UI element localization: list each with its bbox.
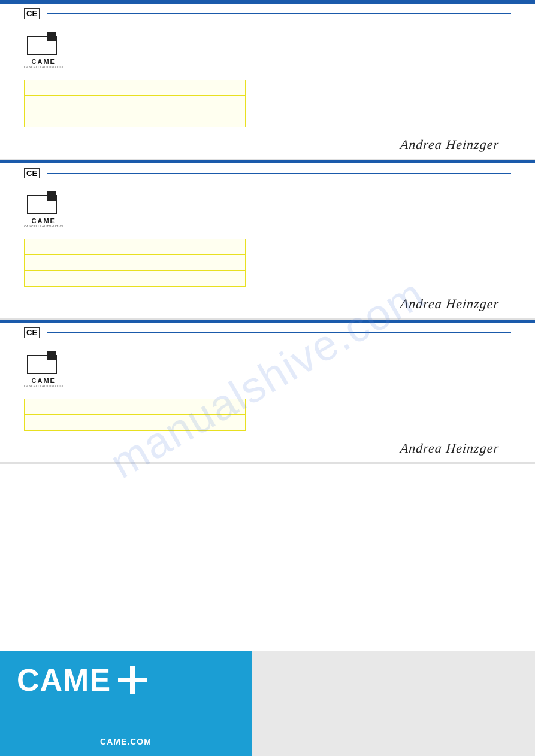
signature-area-2: Andrea Heinzger	[0, 292, 535, 314]
ce-mark-3: CE	[24, 327, 40, 338]
signature-1: Andrea Heinzger	[400, 137, 500, 153]
came-logo-subtitle-1: CANCELLI AUTOMATICI	[24, 65, 63, 69]
signature-area-1: Andrea Heinzger	[0, 132, 535, 155]
ce-mark-1: CE	[24, 8, 40, 19]
footer-brand-area: CAME	[17, 664, 235, 696]
ce-mark-2: CE	[24, 168, 40, 179]
doc-section-3: CE CAME CANCELLI AUTOMATICI	[0, 323, 535, 464]
came-logo-icon-1	[26, 31, 61, 57]
came-logo-text-2: CAME	[32, 217, 56, 224]
signature-3: Andrea Heinzger	[400, 441, 500, 456]
svg-rect-3	[47, 191, 56, 201]
footer-right	[252, 651, 535, 756]
came-logo-box-3: CAME CANCELLI AUTOMATICI	[24, 350, 63, 388]
ce-row-2: CE	[0, 163, 535, 182]
yellow-box-row-1-2	[25, 111, 245, 127]
yellow-box-1	[24, 80, 246, 127]
yellow-box-row-3-1	[25, 415, 245, 430]
footer-left: CAME CAME.COM	[0, 651, 252, 756]
svg-rect-5	[47, 351, 56, 360]
came-logo-box-1: CAME CANCELLI AUTOMATICI	[24, 31, 63, 69]
svg-rect-1	[47, 32, 56, 41]
page-container: manualshive.com CE CAME	[0, 0, 535, 756]
came-logo-area-1: CAME CANCELLI AUTOMATICI	[0, 22, 535, 75]
ce-line-2	[47, 173, 511, 174]
doc-section-2: CE CAME CANCELLI AUTOMATICI	[0, 163, 535, 323]
footer-brand-text: CAME	[17, 664, 111, 696]
ce-row-1: CE	[0, 4, 535, 22]
came-logo-area-3: CAME CANCELLI AUTOMATICI	[0, 341, 535, 394]
ce-line-1	[47, 13, 511, 14]
came-logo-svg-1	[26, 31, 61, 57]
footer-section: CAME CAME.COM	[0, 651, 535, 756]
came-logo-text-1: CAME	[32, 58, 56, 65]
yellow-box-row-1-0	[25, 80, 245, 96]
signature-area-3: Andrea Heinzger	[0, 436, 535, 459]
came-logo-text-3: CAME	[32, 377, 56, 384]
section-divider-3	[0, 462, 535, 464]
came-logo-icon-3	[26, 350, 61, 376]
ce-row-3: CE	[0, 323, 535, 341]
yellow-box-row-2-0	[25, 239, 245, 255]
came-logo-box-2: CAME CANCELLI AUTOMATICI	[24, 190, 63, 228]
came-logo-subtitle-2: CANCELLI AUTOMATICI	[24, 224, 63, 228]
came-logo-svg-3	[26, 350, 61, 376]
came-logo-area-2: CAME CANCELLI AUTOMATICI	[0, 181, 535, 234]
ce-line-3	[47, 332, 511, 333]
came-logo-svg-2	[26, 190, 61, 216]
signature-2: Andrea Heinzger	[400, 296, 500, 312]
came-logo-icon-2	[26, 190, 61, 216]
yellow-box-row-2-2	[25, 271, 245, 286]
came-logo-subtitle-3: CANCELLI AUTOMATICI	[24, 384, 63, 388]
yellow-box-row-2-1	[25, 255, 245, 271]
yellow-box-row-1-1	[25, 96, 245, 111]
yellow-box-row-3-0	[25, 399, 245, 415]
yellow-box-3	[24, 399, 246, 431]
footer-url: CAME.COM	[17, 737, 235, 746]
plus-icon	[118, 666, 147, 694]
yellow-box-2	[24, 239, 246, 287]
doc-section-1: CE CAME CANCELLI AUTOMATICI	[0, 4, 535, 163]
